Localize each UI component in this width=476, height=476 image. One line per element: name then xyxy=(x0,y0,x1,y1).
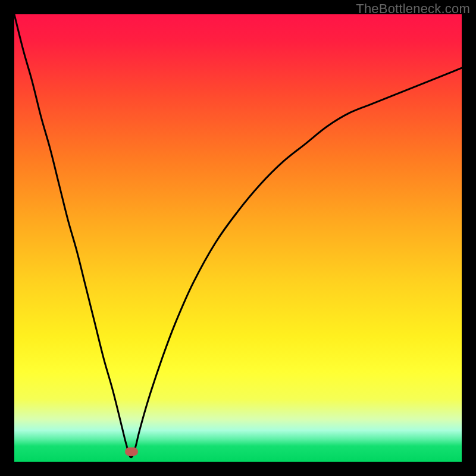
chart-frame: TheBottleneck.com xyxy=(0,0,476,476)
plot-area xyxy=(14,14,462,462)
optimal-point-marker xyxy=(125,447,138,456)
bottleneck-curve xyxy=(14,14,462,462)
